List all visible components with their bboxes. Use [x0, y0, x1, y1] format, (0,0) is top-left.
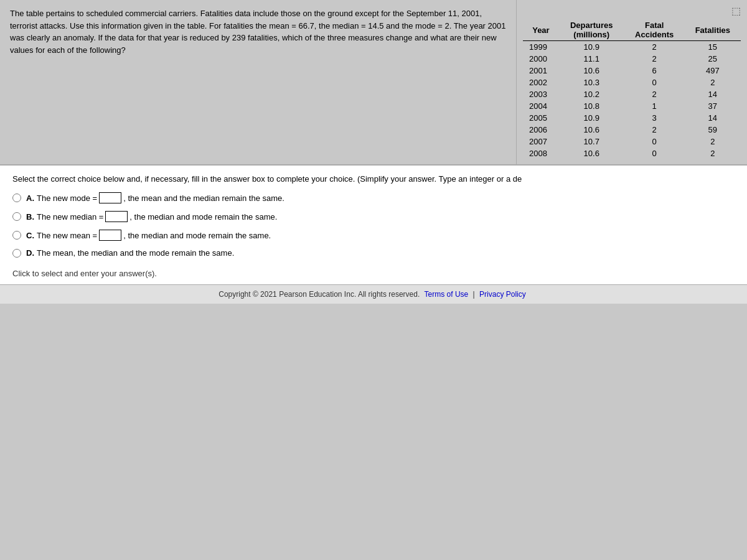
cell-accidents: 2	[624, 53, 685, 65]
cell-accidents: 1	[624, 100, 685, 112]
table-row: 2001 10.6 6 497	[523, 65, 741, 77]
cell-accidents: 0	[624, 147, 685, 159]
col-accidents: FatalAccidents	[624, 19, 685, 41]
table-row: 2004 10.8 1 37	[523, 100, 741, 112]
cell-departures: 10.3	[559, 77, 624, 88]
cell-fatalities: 14	[685, 88, 741, 100]
cell-fatalities: 15	[685, 41, 741, 54]
privacy-link[interactable]: Privacy Policy	[479, 290, 526, 299]
option-suffix-c: , the median and mode remain the same.	[123, 231, 271, 240]
cell-fatalities: 37	[685, 100, 741, 112]
cell-accidents: 2	[624, 41, 685, 54]
radio-c[interactable]	[12, 231, 21, 240]
cell-departures: 10.6	[559, 65, 624, 77]
problem-description: The table pertains to scheduled commerci…	[0, 0, 517, 164]
option-b: B. The new median = , the median and mod…	[12, 211, 735, 222]
cell-departures: 10.8	[559, 100, 624, 112]
table-row: 2005 10.9 3 14	[523, 112, 741, 124]
radio-d[interactable]	[12, 249, 21, 258]
cell-fatalities: 2	[685, 77, 741, 88]
answer-box-a[interactable]	[99, 192, 121, 203]
col-departures: Departures(millions)	[559, 19, 624, 41]
col-fatalities: Fatalities	[685, 19, 741, 41]
option-label-b: B.	[26, 212, 34, 222]
option-suffix-a: , the mean and the median remain the sam…	[123, 194, 284, 203]
cell-year: 2003	[523, 88, 559, 100]
radio-a[interactable]	[12, 194, 21, 202]
option-a: A. The new mode = , the mean and the med…	[12, 192, 735, 203]
problem-text: The table pertains to scheduled commerci…	[10, 7, 506, 56]
cell-departures: 10.9	[559, 41, 624, 54]
cell-fatalities: 59	[685, 124, 741, 136]
cell-year: 2005	[523, 112, 559, 124]
table-row: 2007 10.7 0 2	[523, 136, 741, 147]
table-row: 2000 11.1 2 25	[523, 53, 741, 65]
table-row: 2003 10.2 2 14	[523, 88, 741, 100]
data-table: Year Departures(millions) FatalAccidents…	[523, 19, 741, 159]
cell-departures: 10.6	[559, 124, 624, 136]
option-c: C. The new mean = , the median and mode …	[12, 230, 735, 241]
option-prefix-d: The mean, the median and the mode remain…	[37, 248, 234, 258]
table-row: 2002 10.3 0 2	[523, 77, 741, 88]
cell-year: 2002	[523, 77, 559, 88]
cell-accidents: 6	[624, 65, 685, 77]
click-instruction: Click to select and enter your answer(s)…	[12, 265, 735, 278]
cell-year: 2001	[523, 65, 559, 77]
option-label-a: A.	[26, 194, 34, 203]
question-section: Select the correct choice below and, if …	[0, 165, 747, 284]
cell-year: 2007	[523, 136, 559, 147]
cell-fatalities: 2	[685, 136, 741, 147]
cell-fatalities: 25	[685, 53, 741, 65]
data-table-panel: ⬚ Year Departures(millions) FatalAcciden…	[517, 0, 747, 164]
option-prefix-c: The new mean =	[37, 231, 97, 240]
radio-b[interactable]	[12, 212, 21, 221]
answer-box-c[interactable]	[99, 230, 121, 241]
option-label-c: C.	[26, 231, 34, 240]
top-section: The table pertains to scheduled commerci…	[0, 0, 747, 165]
cell-year: 2004	[523, 100, 559, 112]
option-prefix-a: The new mode =	[37, 194, 97, 203]
terms-link[interactable]: Terms of Use	[425, 290, 469, 299]
question-instruction: Select the correct choice below and, if …	[12, 174, 735, 184]
cell-accidents: 3	[624, 112, 685, 124]
cell-accidents: 0	[624, 77, 685, 88]
option-suffix-b: , the median and mode remain the same.	[129, 212, 277, 222]
option-d: D. The mean, the median and the mode rem…	[12, 248, 735, 258]
cell-departures: 11.1	[559, 53, 624, 65]
cell-fatalities: 14	[685, 112, 741, 124]
copyright-text: Copyright © 2021 Pearson Education Inc. …	[218, 290, 420, 299]
col-year: Year	[523, 19, 559, 41]
cell-departures: 10.2	[559, 88, 624, 100]
cell-year: 2006	[523, 124, 559, 136]
cell-departures: 10.6	[559, 147, 624, 159]
option-prefix-b: The new median =	[37, 212, 103, 222]
cell-year: 1999	[523, 41, 559, 54]
cell-year: 2008	[523, 147, 559, 159]
option-label-d: D.	[26, 248, 34, 258]
cell-accidents: 0	[624, 136, 685, 147]
cell-fatalities: 497	[685, 65, 741, 77]
table-row: 2006 10.6 2 59	[523, 124, 741, 136]
cell-accidents: 2	[624, 124, 685, 136]
cell-accidents: 2	[624, 88, 685, 100]
cell-fatalities: 2	[685, 147, 741, 159]
table-row: 2008 10.6 0 2	[523, 147, 741, 159]
options-container: A. The new mode = , the mean and the med…	[12, 192, 735, 258]
cell-departures: 10.9	[559, 112, 624, 124]
table-row: 1999 10.9 2 15	[523, 41, 741, 54]
cell-departures: 10.7	[559, 136, 624, 147]
footer: Copyright © 2021 Pearson Education Inc. …	[0, 284, 747, 304]
cell-year: 2000	[523, 53, 559, 65]
answer-box-b[interactable]	[105, 211, 128, 222]
table-icon[interactable]: ⬚	[523, 5, 741, 17]
